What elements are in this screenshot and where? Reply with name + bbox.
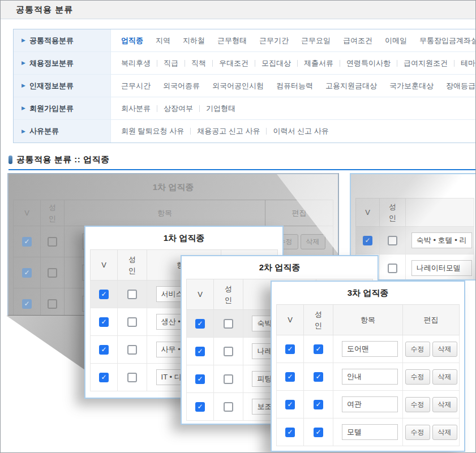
category-link[interactable]: 컴퓨터능력 [276,81,313,91]
v-checkbox[interactable] [363,236,372,245]
v-checkbox[interactable] [195,347,205,356]
v-checkbox[interactable] [22,237,32,247]
adult-checkbox[interactable] [224,402,233,412]
v-checkbox[interactable] [99,345,109,355]
divider [199,105,200,112]
modify-button[interactable]: 수정 [405,369,430,385]
adult-checkbox[interactable] [127,317,137,327]
column-header-check: V [187,279,214,310]
category-link[interactable]: 직책 [191,58,206,68]
item-input[interactable] [342,396,398,412]
category-link[interactable]: 채용공고 신고 사유 [197,126,260,136]
v-checkbox[interactable] [99,317,109,327]
v-checkbox[interactable] [99,373,109,382]
category-link[interactable]: 국가보훈대상 [389,81,434,91]
adult-checkbox[interactable] [127,345,137,355]
category-link[interactable]: 급여조건 [343,36,372,46]
v-checkbox[interactable] [285,428,295,437]
category-link[interactable]: 외국어종류 [163,81,200,91]
divider [157,60,157,67]
adult-checkbox[interactable] [314,372,323,382]
category-link[interactable]: 근무요일 [301,36,331,46]
adult-checkbox[interactable] [314,344,323,354]
category-link[interactable]: 고용지원금대상 [325,81,377,91]
adult-checkbox[interactable] [388,264,397,273]
category-row: ▶인재정보분류근무시간외국어종류외국어공인시험컴퓨터능력고용지원금대상국가보훈대… [14,75,476,97]
column-header-item: 항목 [65,200,265,226]
category-link[interactable]: 기업형태 [206,103,235,114]
item-input[interactable] [411,260,472,276]
adult-checkbox[interactable] [48,237,57,247]
table-row: 수정삭제 [277,419,460,446]
modify-button[interactable]: 수정 [405,397,430,412]
category-link[interactable]: 이메일 [385,36,407,46]
category-link[interactable]: 우대조건 [219,58,248,68]
modify-button[interactable]: 수정 [405,342,430,357]
adult-checkbox[interactable] [314,428,323,437]
page-title: 공통적용 분류 [16,5,73,15]
category-link[interactable]: 제출서류 [304,58,333,68]
adult-cell [41,288,65,316]
item-input[interactable] [342,424,398,440]
category-link[interactable]: 회원 탈퇴요청 사유 [121,126,184,136]
category-link[interactable]: 상장여부 [164,103,193,114]
adult-checkbox[interactable] [314,400,323,409]
column-header-adult-text: 성인 [389,201,397,223]
adult-checkbox[interactable] [48,299,57,309]
delete-button[interactable]: 삭제 [301,234,325,249]
category-link[interactable]: 근무시간 [121,81,151,91]
category-link[interactable]: 모집대상 [261,58,291,68]
page-header: 공통적용 분류 [1,1,475,19]
column-header-adult-text: 성인 [315,309,323,331]
category-link[interactable]: 장애등급 [446,81,475,91]
category-link[interactable]: 외국어공인시험 [212,81,264,91]
v-checkbox[interactable] [22,299,32,309]
category-link[interactable]: 근무형태 [217,36,247,46]
category-link[interactable]: 지하철 [183,36,205,46]
item-input[interactable] [342,369,398,385]
category-link[interactable]: 지역 [156,36,170,46]
adult-checkbox[interactable] [224,319,233,329]
v-checkbox[interactable] [285,400,295,409]
delete-button[interactable]: 삭제 [432,369,457,385]
v-checkbox[interactable] [285,372,295,382]
item-input[interactable] [411,232,472,248]
adult-checkbox[interactable] [48,268,57,278]
category-label-text: 공통적용분류 [29,36,74,46]
adult-checkbox[interactable] [224,347,233,356]
items-table: V성인항목편집수정삭제수정삭제수정삭제수정삭제 [276,304,460,446]
side-panel-spacer [351,174,476,198]
modify-button[interactable]: 수정 [405,425,430,440]
category-link[interactable]: 무통장입금계좌설정 [419,36,476,46]
divider [190,128,191,135]
category-link[interactable]: 급여지원조건 [404,58,448,68]
category-link[interactable]: 이력서 신고 사유 [273,126,328,136]
column-header-adult: 성인 [380,199,406,227]
category-link[interactable]: 근무기간 [259,36,289,46]
v-checkbox[interactable] [22,268,32,278]
category-link[interactable]: 연령특이사항 [346,58,391,68]
v-checkbox[interactable] [99,290,109,299]
adult-checkbox[interactable] [127,290,137,299]
delete-button[interactable]: 삭제 [432,342,457,357]
adult-cell [41,257,65,288]
category-link[interactable]: 복리후생 [121,58,151,68]
divider [212,60,213,67]
item-input[interactable] [342,341,398,357]
category-label: ▶인재정보분류 [14,75,111,97]
delete-button[interactable]: 삭제 [432,397,457,412]
delete-button[interactable]: 삭제 [432,425,457,440]
divider [297,60,298,67]
category-link[interactable]: 테마 [461,58,475,68]
v-checkbox[interactable] [285,344,295,354]
v-checkbox[interactable] [195,319,205,329]
v-checkbox[interactable] [195,374,205,384]
adult-checkbox[interactable] [224,374,233,384]
category-link[interactable]: 업직종 [121,36,143,46]
v-checkbox[interactable] [195,402,205,412]
adult-checkbox[interactable] [388,236,397,245]
popup-title: 3차 업직종 [272,282,464,304]
category-link[interactable]: 회사분류 [121,103,151,114]
adult-checkbox[interactable] [127,373,137,382]
category-link[interactable]: 직급 [164,58,178,68]
